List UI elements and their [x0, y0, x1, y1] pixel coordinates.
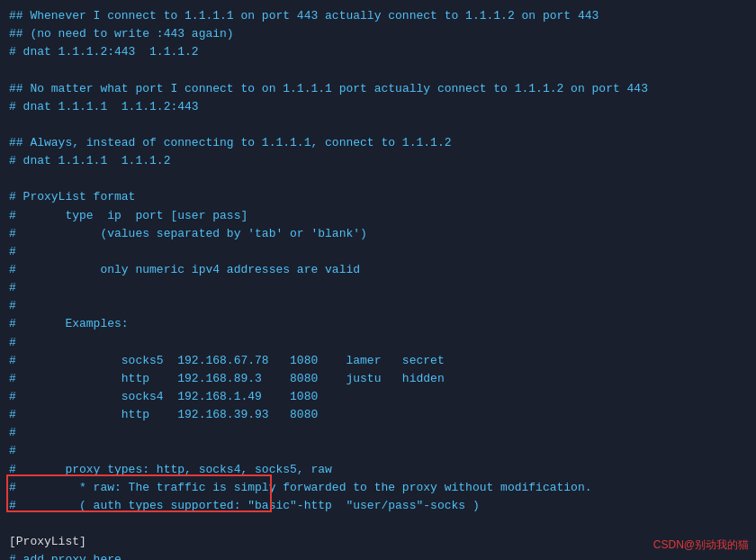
line-9: # dnat 1.1.1.1 1.1.1.2: [9, 152, 747, 170]
line-7: [9, 116, 747, 134]
line-1: ## Whenever I connect to 1.1.1.1 on port…: [9, 7, 747, 25]
line-17: #: [9, 297, 747, 315]
line-25: #: [9, 442, 747, 460]
line-11: # ProxyList format: [9, 188, 747, 206]
line-20: # socks5 192.168.67.78 1080 lamer secret: [9, 352, 747, 370]
line-12: # type ip port [user pass]: [9, 207, 747, 225]
line-4: [9, 61, 747, 79]
line-28: # ( auth types supported: "basic"-http "…: [9, 497, 747, 515]
line-18: # Examples:: [9, 315, 747, 333]
line-26: # proxy types: http, socks4, socks5, raw: [9, 461, 747, 479]
line-10: [9, 170, 747, 188]
line-16: #: [9, 279, 747, 297]
line-24: #: [9, 424, 747, 442]
line-15: # only numeric ipv4 addresses are valid: [9, 261, 747, 279]
line-add: # add proxy here ...: [9, 551, 747, 560]
line-6: # dnat 1.1.1.1 1.1.1.2:443: [9, 98, 747, 116]
line-13: # (values separated by 'tab' or 'blank'): [9, 225, 747, 243]
line-21: # http 192.168.89.3 8080 justu hidden: [9, 370, 747, 388]
line-27: # * raw: The traffic is simply forwarded…: [9, 479, 747, 497]
line-22: # socks4 192.168.1.49 1080: [9, 388, 747, 406]
line-2: ## (no need to write :443 again): [9, 25, 747, 43]
line-19: #: [9, 334, 747, 352]
line-14: #: [9, 243, 747, 261]
line-29: [9, 515, 747, 533]
line-proxylist: [ProxyList]: [9, 533, 747, 551]
line-3: # dnat 1.1.1.2:443 1.1.1.2: [9, 43, 747, 61]
line-23: # http 192.168.39.93 8080: [9, 406, 747, 424]
terminal: ## Whenever I connect to 1.1.1.1 on port…: [0, 0, 756, 560]
line-8: ## Always, instead of connecting to 1.1.…: [9, 134, 747, 152]
watermark: CSDN@别动我的猫: [653, 537, 749, 553]
line-5: ## No matter what port I connect to on 1…: [9, 80, 747, 98]
